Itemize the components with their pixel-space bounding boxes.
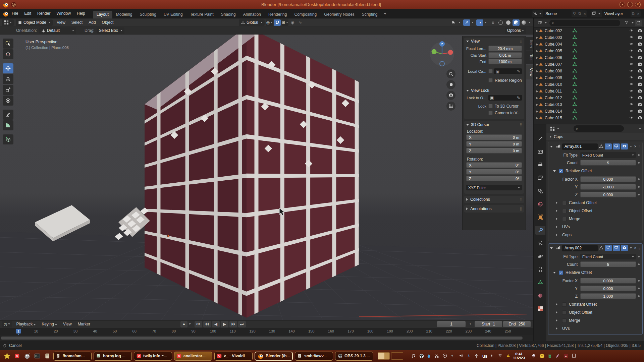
annotations-panel-header[interactable]: Annotations⣿ xyxy=(464,205,524,213)
animate-dot-icon[interactable] xyxy=(638,154,640,156)
workspace-tab-modeling[interactable]: Modeling xyxy=(112,11,136,18)
viewlayer-selector[interactable]: ViewLayer ⧉ × xyxy=(591,10,641,17)
outliner-row[interactable]: ▶ Cube.002 xyxy=(534,27,644,34)
view-panel-header[interactable]: View ⣿ xyxy=(464,38,524,45)
properties-tab-data[interactable] xyxy=(535,278,545,287)
add-workspace-button[interactable]: + xyxy=(381,11,389,16)
pan-button[interactable] xyxy=(446,80,455,89)
disable-render-icon[interactable] xyxy=(637,56,642,60)
disable-render-icon[interactable] xyxy=(637,62,642,67)
terminal-launcher-icon[interactable] xyxy=(33,352,41,360)
menu-help[interactable]: Help xyxy=(74,9,88,18)
new-scene-icon[interactable]: ⧉ xyxy=(577,11,582,16)
auto-keying-toggle[interactable]: ● xyxy=(180,321,187,327)
taskbar-window-twily-info-[interactable]: Vtwily.info ~... xyxy=(134,352,172,361)
outliner-filter-button[interactable] xyxy=(623,20,630,26)
properties-tab-scene[interactable] xyxy=(535,187,545,195)
subpanel-checkbox[interactable] xyxy=(562,209,567,213)
modifier-header[interactable]: Array.001 × ⣿ xyxy=(548,142,642,151)
taskbar-window-obs-29-1-3-[interactable]: OBS 29.1.3 ... xyxy=(335,352,373,361)
expand-icon[interactable]: ▶ xyxy=(536,43,538,46)
relative-offset-header[interactable]: ✓ Relative Offset xyxy=(548,268,642,277)
outliner-row[interactable]: ▶ Cube.008 xyxy=(534,68,644,74)
shading-solid-button[interactable] xyxy=(505,19,512,26)
hide-eye-icon[interactable] xyxy=(629,96,634,100)
timeline-ruler[interactable]: 1020304050607080901001101201301401501601… xyxy=(0,328,533,335)
disable-render-icon[interactable] xyxy=(637,82,642,87)
display-realtime-toggle[interactable] xyxy=(613,245,620,251)
scene-browse-icon[interactable] xyxy=(532,11,543,16)
disable-render-icon[interactable] xyxy=(637,69,642,73)
taskbar-window-horny-log-[interactable]: horny.log ... xyxy=(94,352,132,361)
taskbar-window-blender-h-[interactable]: Blender [/h... xyxy=(255,352,293,361)
object-name[interactable]: Cube.014 xyxy=(545,109,570,114)
object-name[interactable]: Cube.003 xyxy=(545,35,570,40)
subpanel-merge[interactable]: Merge xyxy=(548,316,642,324)
blender-menu-icon[interactable] xyxy=(3,11,9,17)
expand-icon[interactable]: ▶ xyxy=(536,116,538,120)
tray-usb-icon[interactable] xyxy=(474,354,479,358)
object-name[interactable]: Cube.002 xyxy=(545,28,570,33)
subpanel-object-offset[interactable]: Object Offset xyxy=(548,207,642,215)
tool-rotate-button[interactable] xyxy=(3,74,13,84)
outliner-row[interactable]: ▶ Cube.015 xyxy=(534,115,644,121)
properties-search-input[interactable]: ⌕ xyxy=(574,125,624,132)
disable-render-icon[interactable] xyxy=(637,96,642,100)
tray-amazon-icon[interactable]: a xyxy=(564,354,569,359)
hide-eye-icon[interactable] xyxy=(629,36,634,40)
clock[interactable]: 0:41 11/2/23 xyxy=(513,352,525,360)
edit-mode-display-icon[interactable] xyxy=(599,144,604,149)
properties-tab-world[interactable] xyxy=(535,200,545,208)
expand-icon[interactable]: ▶ xyxy=(536,110,538,113)
properties-editor-type-button[interactable] xyxy=(549,125,556,132)
overlays-toggle[interactable]: ◑ xyxy=(476,19,483,26)
hide-eye-icon[interactable] xyxy=(629,63,634,66)
caps-panel-header[interactable]: Caps xyxy=(546,133,644,141)
new-viewlayer-icon[interactable]: ⧉ xyxy=(631,11,636,16)
viewport-menu-object[interactable]: Object xyxy=(99,18,117,27)
lock-to-object-field[interactable]: ▣ ✎ xyxy=(488,95,522,101)
clip-end-field[interactable]: 1000 m xyxy=(488,59,522,64)
outliner-row[interactable]: ▶ Cube.014 xyxy=(534,108,644,115)
modifier-grip-icon[interactable]: ⣿ xyxy=(638,246,641,250)
expand-icon[interactable]: ▶ xyxy=(536,96,538,100)
gizmos-toggle[interactable]: ↗ xyxy=(463,19,470,26)
hide-eye-icon[interactable] xyxy=(629,29,634,33)
cursor-rotation-z-field[interactable]: Z0° xyxy=(466,176,522,181)
disable-render-icon[interactable] xyxy=(637,76,642,80)
animate-dot-icon[interactable] xyxy=(638,263,640,265)
disable-render-icon[interactable] xyxy=(637,116,642,120)
expand-icon[interactable]: ▶ xyxy=(536,63,538,66)
properties-tab-render[interactable] xyxy=(535,147,545,156)
timeline-scrollbar[interactable] xyxy=(0,335,533,341)
navigation-gizmo[interactable]: Z xyxy=(427,37,458,68)
modifier-grip-icon[interactable]: ⣿ xyxy=(638,145,641,148)
outliner-row[interactable]: ▶ Cube.013 xyxy=(534,101,644,108)
display-render-toggle[interactable] xyxy=(621,143,628,149)
factor-z-field[interactable]: 1.000 xyxy=(580,293,636,299)
shading-material-button[interactable] xyxy=(513,19,520,26)
expand-icon[interactable]: ▶ xyxy=(536,69,538,73)
animate-dot-icon[interactable] xyxy=(638,178,640,180)
frame-end-field[interactable]: End250 xyxy=(503,321,531,327)
zoom-button[interactable] xyxy=(446,69,455,78)
object-name[interactable]: Cube.009 xyxy=(545,75,570,80)
tray-warning-icon[interactable] xyxy=(506,354,511,358)
edit-mode-display-icon[interactable] xyxy=(599,246,604,250)
workspace-tab-texture-paint[interactable]: Texture Paint xyxy=(186,11,217,18)
perspective-toggle-button[interactable] xyxy=(446,102,455,111)
properties-tab-object[interactable] xyxy=(535,213,545,222)
editor-type-button[interactable] xyxy=(2,19,14,26)
tray-keyboard-us-icon[interactable]: us xyxy=(482,354,487,359)
tray-obs-icon[interactable] xyxy=(419,354,424,358)
eyedropper-icon[interactable]: ✎ xyxy=(517,69,520,74)
animate-dot-icon[interactable] xyxy=(638,295,640,297)
tray-trash-icon[interactable] xyxy=(548,354,552,359)
cursor-location-y-field[interactable]: Y0 m xyxy=(466,141,522,147)
expand-icon[interactable]: ▶ xyxy=(536,36,538,39)
hide-eye-icon[interactable] xyxy=(629,116,634,120)
tray-play-icon[interactable] xyxy=(443,354,447,358)
modifier-header[interactable]: Array.002 × ⣿ xyxy=(548,244,642,252)
hide-eye-icon[interactable] xyxy=(629,83,634,86)
hide-eye-icon[interactable] xyxy=(629,56,634,60)
